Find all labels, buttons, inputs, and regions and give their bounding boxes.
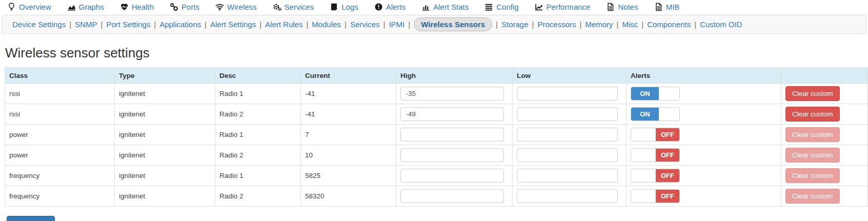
subnav-item-components[interactable]: Components <box>647 20 691 29</box>
column-header-desc: Desc <box>215 68 301 84</box>
alerts-toggle[interactable]: OFF <box>631 189 680 203</box>
subnav-item-snmp[interactable]: SNMP <box>75 20 97 29</box>
cell-low <box>513 84 627 104</box>
high-threshold-input[interactable] <box>400 128 504 142</box>
high-threshold-input[interactable] <box>400 87 504 101</box>
column-header-current: Current <box>301 68 396 84</box>
low-threshold-input[interactable] <box>517 148 618 162</box>
page-title: Wireless sensor settings <box>5 45 868 61</box>
clear-custom-button[interactable]: Clear custom <box>785 168 840 183</box>
topnav-item-overview[interactable]: Overview <box>7 3 51 11</box>
alerts-toggle[interactable]: OFF <box>631 128 680 142</box>
topnav-item-logs[interactable]: Logs <box>330 3 358 11</box>
clear-custom-button[interactable]: Clear custom <box>785 148 840 163</box>
toggle-on-label: ON <box>631 87 659 100</box>
topnav-item-services[interactable]: Services <box>273 3 314 11</box>
toggle-handle <box>631 169 656 182</box>
subnav-separator: | <box>641 20 643 29</box>
cell-type: ignitenet <box>115 125 215 145</box>
low-threshold-input[interactable] <box>517 87 618 101</box>
topnav-item-health[interactable]: Health <box>120 3 154 11</box>
high-threshold-input[interactable] <box>400 189 504 203</box>
save-button[interactable] <box>7 216 55 221</box>
topnav-item-label: Alerts <box>386 3 406 11</box>
subnav-item-ipmi[interactable]: IPMI <box>389 20 405 29</box>
low-threshold-input[interactable] <box>517 169 618 183</box>
topnav-item-label: Performance <box>547 3 591 11</box>
clear-custom-button[interactable]: Clear custom <box>785 127 840 142</box>
cell-alerts: OFF <box>627 186 781 207</box>
area-chart-icon <box>67 3 76 11</box>
cell-alerts: OFF <box>627 166 781 186</box>
topnav-item-mib[interactable]: MIB <box>654 3 680 11</box>
table-header: ClassTypeDescCurrentHighLowAlerts <box>5 68 868 84</box>
subnav-separator: | <box>100 20 103 29</box>
alerts-toggle[interactable]: ON <box>631 107 680 121</box>
clear-custom-button[interactable]: Clear custom <box>785 189 840 204</box>
topnav-item-notes[interactable]: Notes <box>606 3 638 11</box>
cell-low <box>513 186 627 207</box>
subnav-item-applications[interactable]: Applications <box>159 20 201 29</box>
subnav-separator: | <box>259 20 261 29</box>
topnav-item-ports[interactable]: Ports <box>170 3 199 11</box>
cell-type: ignitenet <box>115 145 215 166</box>
table-row: powerignitenetRadio 17OFFClear custom <box>5 125 868 145</box>
cell-high <box>396 186 513 207</box>
cell-desc: Radio 2 <box>215 104 301 125</box>
subnav-separator: | <box>532 20 534 29</box>
alerts-toggle[interactable]: ON <box>631 87 680 101</box>
clear-custom-button[interactable]: Clear custom <box>785 107 840 122</box>
cell-current: 7 <box>301 125 396 145</box>
cell-type: ignitenet <box>115 104 215 125</box>
topnav-item-label: Wireless <box>227 3 257 11</box>
link-icon <box>170 3 178 11</box>
cell-actions: Clear custom <box>781 145 868 166</box>
topnav-item-label: Config <box>496 3 518 11</box>
cell-current: 5825 <box>301 166 396 186</box>
clear-custom-button[interactable]: Clear custom <box>785 86 840 101</box>
subnav-separator: | <box>345 20 347 29</box>
low-threshold-input[interactable] <box>517 107 618 121</box>
subnav-item-custom-oid[interactable]: Custom OID <box>700 20 742 29</box>
topnav-item-label: Ports <box>181 3 199 11</box>
topnav-item-alert-stats[interactable]: Alert Stats <box>421 3 469 11</box>
topnav-item-alerts[interactable]: Alerts <box>374 3 406 11</box>
toggle-on-label: ON <box>631 108 659 120</box>
subnav-item-storage[interactable]: Storage <box>501 20 529 29</box>
topnav-item-graphs[interactable]: Graphs <box>67 3 104 11</box>
toggle-handle <box>659 108 679 120</box>
topnav-item-config[interactable]: Config <box>485 3 518 11</box>
cell-high <box>396 84 513 104</box>
subnav-item-wireless-sensors[interactable]: Wireless Sensors <box>414 17 492 31</box>
alerts-toggle[interactable]: OFF <box>631 169 680 183</box>
subnav-item-alert-rules[interactable]: Alert Rules <box>265 20 302 29</box>
high-threshold-input[interactable] <box>400 148 504 162</box>
cell-class: rssi <box>5 104 115 125</box>
column-header-actions <box>781 68 868 84</box>
topnav-item-label: Health <box>132 3 154 11</box>
cell-low <box>513 166 627 186</box>
high-threshold-input[interactable] <box>400 107 504 121</box>
subnav-item-alert-settings[interactable]: Alert Settings <box>210 20 256 29</box>
subnav-item-memory[interactable]: Memory <box>585 20 613 29</box>
topnav-item-label: Graphs <box>79 3 104 11</box>
cell-desc: Radio 1 <box>215 166 301 186</box>
topnav-item-performance[interactable]: Performance <box>535 3 591 11</box>
low-threshold-input[interactable] <box>517 128 618 142</box>
topnav-item-wireless[interactable]: Wireless <box>215 3 257 11</box>
low-threshold-input[interactable] <box>517 189 618 203</box>
subnav-item-processors[interactable]: Processors <box>537 20 576 29</box>
cell-desc: Radio 1 <box>215 84 301 104</box>
cell-desc: Radio 2 <box>215 145 301 166</box>
alerts-toggle[interactable]: OFF <box>631 148 680 162</box>
toggle-handle <box>631 128 656 141</box>
subnav-item-port-settings[interactable]: Port Settings <box>106 20 150 29</box>
cell-high <box>396 145 513 166</box>
subnav-item-device-settings[interactable]: Device Settings <box>12 20 66 29</box>
subnav-separator: | <box>496 20 498 29</box>
subnav-item-misc[interactable]: Misc <box>622 20 638 29</box>
cell-desc: Radio 1 <box>215 125 301 145</box>
high-threshold-input[interactable] <box>400 169 504 183</box>
subnav-item-modules[interactable]: Modules <box>312 20 341 29</box>
subnav-item-services[interactable]: Services <box>350 20 380 29</box>
